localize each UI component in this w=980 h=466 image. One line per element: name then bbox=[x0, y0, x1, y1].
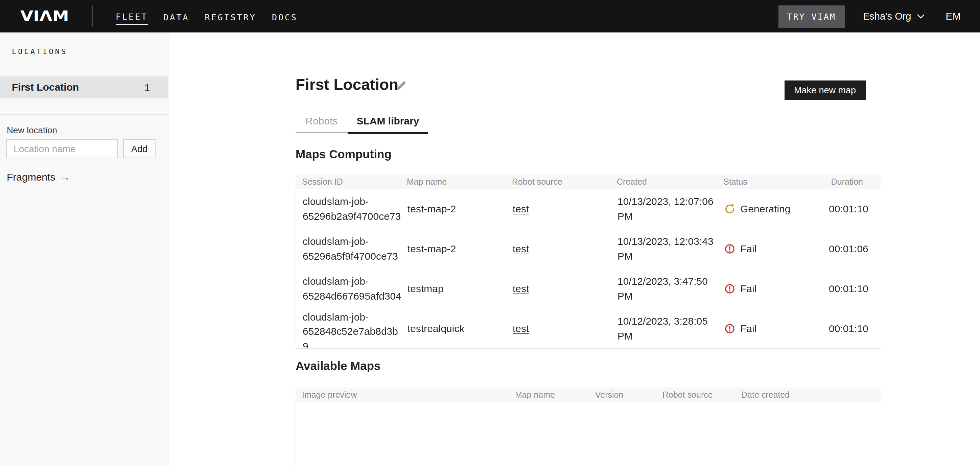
status-label: Fail bbox=[740, 281, 756, 296]
status-badge: Generating bbox=[724, 201, 829, 216]
primary-nav: FLEET DATA REGISTRY DOCS bbox=[116, 8, 298, 25]
col-session-id: Session ID bbox=[302, 177, 407, 186]
col-version: Version bbox=[595, 390, 623, 400]
duration: 00:01:10 bbox=[829, 201, 886, 216]
fail-alert-icon bbox=[724, 243, 735, 254]
nav-link-docs[interactable]: DOCS bbox=[272, 8, 298, 25]
col-robot-source: Robot source bbox=[662, 390, 713, 400]
location-tabs: Robots SLAM library bbox=[296, 115, 428, 133]
map-name: testrealquick bbox=[407, 321, 513, 336]
page-title: First Location bbox=[296, 76, 398, 94]
status-label: Generating bbox=[740, 201, 790, 216]
location-robot-count: 1 bbox=[145, 82, 150, 93]
svg-text:VIΛM: VIΛM bbox=[20, 8, 69, 24]
robot-source-link[interactable]: test bbox=[513, 322, 529, 334]
created-timestamp: 10/12/2023, 3:47:50 PM bbox=[617, 274, 719, 303]
tab-robots[interactable]: Robots bbox=[296, 115, 348, 133]
robot-source-link[interactable]: test bbox=[513, 202, 529, 214]
viam-logo-icon: VIΛM bbox=[20, 8, 70, 24]
col-created: Created bbox=[617, 177, 723, 186]
status-badge: Fail bbox=[724, 281, 829, 296]
nav-link-registry[interactable]: REGISTRY bbox=[205, 8, 256, 25]
status-badge: Fail bbox=[724, 321, 829, 336]
available-maps-heading: Available Maps bbox=[296, 359, 381, 373]
session-id: cloudslam-job-65296a5f9f4700ce73 bbox=[303, 234, 403, 264]
fragments-link[interactable]: Fragments → bbox=[7, 171, 70, 183]
available-maps-table-edge bbox=[296, 402, 296, 466]
new-location-label: New location bbox=[7, 125, 57, 135]
map-name: testmap bbox=[407, 281, 513, 296]
session-id: cloudslam-job-65296b2a9f4700ce73 bbox=[303, 194, 403, 224]
top-nav-right: TRY VIAM Esha's Org EM bbox=[778, 5, 961, 27]
map-name: test-map-2 bbox=[407, 201, 513, 216]
col-map-name: Map name bbox=[515, 390, 555, 400]
table-row[interactable]: cloudslam-job-65296b2a9f4700ce73 test-ma… bbox=[296, 189, 881, 229]
robot-source-link[interactable]: test bbox=[513, 242, 529, 254]
nav-divider bbox=[92, 5, 93, 27]
make-new-map-button[interactable]: Make new map bbox=[784, 81, 865, 100]
available-maps-table-header: Image preview Map name Version Robot sou… bbox=[296, 388, 881, 402]
table-body: cloudslam-job-65296b2a9f4700ce73 test-ma… bbox=[296, 189, 881, 349]
table-row[interactable]: cloudslam-job-65296a5f9f4700ce73 test-ma… bbox=[296, 229, 881, 269]
col-date-created: Date created bbox=[741, 390, 790, 400]
duration: 00:01:06 bbox=[829, 241, 886, 256]
generating-spinner-icon bbox=[724, 203, 735, 214]
session-id: cloudslam-job-652848c52e7ab8d3b9 bbox=[303, 309, 403, 347]
fragments-label: Fragments bbox=[7, 171, 55, 183]
created-timestamp: 10/13/2023, 12:03:43 PM bbox=[617, 234, 719, 264]
fail-alert-icon bbox=[724, 283, 735, 294]
locations-sidebar: LOCATIONS First Location 1 New location … bbox=[0, 32, 168, 466]
arrow-right-icon: → bbox=[60, 171, 70, 183]
maps-computing-heading: Maps Computing bbox=[296, 148, 391, 162]
org-switcher[interactable]: Esha's Org bbox=[863, 11, 925, 22]
location-name: First Location bbox=[12, 81, 79, 93]
status-label: Fail bbox=[740, 241, 756, 256]
robot-source-link[interactable]: test bbox=[513, 282, 529, 294]
col-image-preview: Image preview bbox=[302, 390, 357, 400]
top-nav: VIΛM FLEET DATA REGISTRY DOCS TRY VIAM E… bbox=[0, 0, 980, 32]
created-timestamp: 10/12/2023, 3:28:05 PM bbox=[617, 314, 719, 343]
created-timestamp: 10/13/2023, 12:07:06 PM bbox=[617, 194, 719, 224]
nav-link-fleet[interactable]: FLEET bbox=[116, 8, 148, 25]
col-status: Status bbox=[723, 177, 828, 186]
location-name-input[interactable] bbox=[6, 139, 117, 158]
add-location-button[interactable]: Add bbox=[123, 139, 156, 158]
user-initials-avatar[interactable]: EM bbox=[946, 11, 961, 22]
table-row[interactable]: cloudslam-job-652848c52e7ab8d3b9 testrea… bbox=[296, 309, 881, 348]
session-id: cloudslam-job-65284d667695afd304 bbox=[303, 274, 403, 303]
duration: 00:01:10 bbox=[829, 321, 886, 336]
nav-link-data[interactable]: DATA bbox=[163, 8, 189, 25]
status-badge: Fail bbox=[724, 241, 829, 256]
tab-slam-library[interactable]: SLAM library bbox=[348, 115, 428, 133]
col-robot-source: Robot source bbox=[512, 177, 617, 186]
edit-pencil-icon[interactable] bbox=[396, 80, 407, 91]
chevron-down-icon bbox=[918, 14, 925, 19]
try-viam-button[interactable]: TRY VIAM bbox=[778, 5, 845, 27]
status-label: Fail bbox=[740, 321, 756, 336]
sidebar-item-first-location[interactable]: First Location 1 bbox=[0, 76, 167, 98]
maps-computing-table: Session ID Map name Robot source Created… bbox=[296, 175, 881, 349]
table-row[interactable]: cloudslam-job-65284d667695afd304 testmap… bbox=[296, 269, 881, 309]
sidebar-divider bbox=[0, 114, 167, 115]
fail-alert-icon bbox=[724, 323, 735, 334]
map-name: test-map-2 bbox=[407, 241, 513, 256]
viam-logo[interactable]: VIΛM bbox=[20, 8, 70, 24]
duration: 00:01:10 bbox=[829, 281, 886, 296]
table-header-row: Session ID Map name Robot source Created… bbox=[296, 175, 881, 189]
org-name: Esha's Org bbox=[863, 11, 912, 22]
col-map-name: Map name bbox=[407, 177, 512, 186]
col-duration: Duration bbox=[828, 177, 881, 186]
locations-heading: LOCATIONS bbox=[12, 47, 167, 56]
